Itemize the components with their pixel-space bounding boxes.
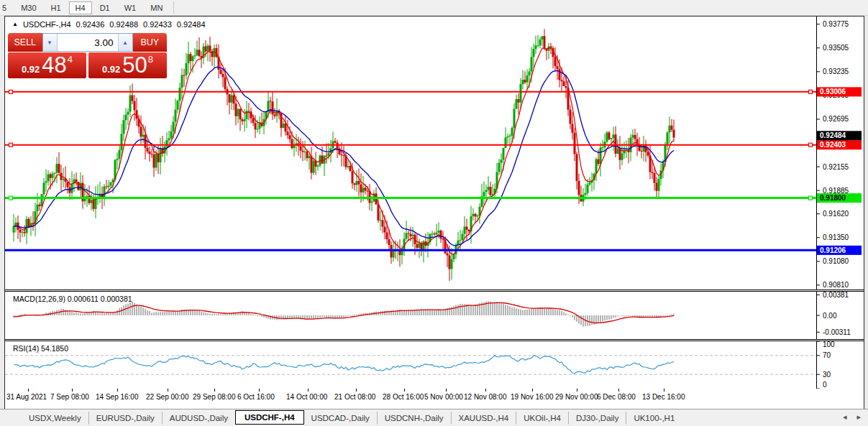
sell-price-tile[interactable]: 0.92 48 4 [8,52,86,78]
svg-text:30: 30 [823,371,831,379]
sell-button[interactable]: SELL [8,33,42,52]
time-axis-label: 12 Nov 08:00 [464,393,507,401]
chart-window: ▲ USDCHF-,H4 0.92436 0.92488 0.92433 0.9… [4,16,864,409]
ohlc-high: 0.92488 [109,20,138,29]
volume-input[interactable] [58,34,118,51]
buy-price-big: 50 [122,53,147,78]
chart-tab-dj30-daily[interactable]: DJ30-,Daily [568,412,626,425]
time-axis-label: 13 Dec 16:00 [642,393,685,401]
rsi-indicator-label: RSI(14) 54.1850 [13,344,68,353]
time-axis-label: 19 Nov 16:00 [511,393,554,401]
svg-text:70: 70 [823,351,831,359]
time-tick [117,389,118,392]
macd-indicator-label: MACD(12,26,9) 0.000611 0.000381 [13,295,132,303]
time-axis-label: 6 Oct 16:00 [237,393,275,401]
volume-decrease-button[interactable]: ▼ [43,34,58,51]
time-tick [485,389,486,392]
chart-tab-audusd-daily[interactable]: AUDUSD-,Daily [162,412,235,425]
timeframe-button-m30[interactable]: M30 [14,1,42,14]
time-axis-label: 7 Sep 08:00 [50,393,89,401]
toolbar-separator [173,1,174,14]
svg-text:0.91350: 0.91350 [823,233,849,241]
svg-text:0.91885: 0.91885 [823,187,849,195]
svg-text:0.91800: 0.91800 [820,194,846,202]
svg-text:0.00: 0.00 [823,312,837,320]
time-tick [356,389,357,392]
chart-title: ▲ USDCHF-,H4 0.92436 0.92488 0.92433 0.9… [12,20,206,29]
ohlc-low: 0.92433 [143,20,172,29]
chart-tab-uk100-h1[interactable]: UK100-,H1 [626,412,682,425]
timeframe-toolbar: 5M30H1H4D1W1MN [0,0,868,16]
tab-scroll-left-icon[interactable]: ◂ [843,412,847,422]
svg-text:0: 0 [823,381,827,389]
chart-symbol-label: USDCHF-,H4 [23,20,71,29]
chart-tab-eurusd-daily[interactable]: EURUSD-,Daily [88,412,162,425]
time-axis-label: 14 Sep 16:00 [96,393,139,401]
time-axis-label: 28 Oct 16:00 [383,393,424,401]
time-tick [404,389,405,392]
svg-text:0.93505: 0.93505 [823,44,849,52]
svg-text:0.91206: 0.91206 [820,246,846,254]
buy-button[interactable]: BUY [133,33,168,52]
time-tick [577,389,577,392]
chart-tab-usdx-weekly[interactable]: USDX,Weekly [22,412,88,425]
timeframe-button-h4[interactable]: H4 [69,1,92,14]
svg-text:0.93235: 0.93235 [823,68,849,75]
svg-text:0.90810: 0.90810 [823,281,849,289]
time-axis-label: 29 Nov 00:00 [555,393,598,401]
one-click-trading-panel: SELL ▼ ▲ BUY 0.92 48 4 0.92 50 8 [8,33,167,78]
svg-text:0.92155: 0.92155 [823,163,849,171]
chart-tab-usdcad-daily[interactable]: USDCAD-,Daily [304,412,377,425]
time-axis[interactable]: 31 Aug 20217 Sep 08:0014 Sep 16:0022 Sep… [5,389,864,407]
time-tick [214,389,215,392]
chart-tab-usdchf-h4[interactable]: USDCHF-,H4 [235,410,304,425]
timeframe-button-mn[interactable]: MN [144,1,169,14]
time-tick [446,389,447,392]
buy-price-pip: 8 [148,52,153,65]
sell-price-pip: 4 [68,52,73,65]
svg-text:0.92403: 0.92403 [820,141,846,149]
tab-scroll-right-icon[interactable]: ▸ [856,412,861,422]
time-axis-label: 5 Nov 00:00 [424,393,463,401]
chart-tab-bar: USDX,WeeklyEURUSD-,DailyAUDUSD-,DailyUSD… [0,409,868,426]
rsi-panel[interactable]: 10070300 [5,341,862,389]
time-tick [618,389,619,392]
svg-text:-0.00311: -0.00311 [823,328,851,336]
svg-text:0.00381: 0.00381 [823,292,849,299]
volume-group: ▼ ▲ [42,33,133,52]
svg-text:0.93006: 0.93006 [820,88,846,96]
chart-tab-xauusd-h4[interactable]: XAUUSD-,H4 [451,412,516,425]
volume-increase-button[interactable]: ▲ [118,34,132,51]
timeframe-button-w1[interactable]: W1 [118,1,143,14]
buy-price-prefix: 0.92 [102,64,120,78]
chart-tab-usdcnh-daily[interactable]: USDCNH-,Daily [377,412,451,425]
time-axis-label: 6 Dec 08:00 [597,393,636,401]
chart-tab-ukoil-h4[interactable]: UKOil-,H4 [516,412,568,425]
time-axis-label: 29 Sep 08:00 [193,393,236,401]
symbol-marker-icon: ▲ [12,22,18,27]
buy-price-tile[interactable]: 0.92 50 8 [88,52,167,78]
timeframe-button-d1[interactable]: D1 [93,1,117,14]
time-tick [308,389,309,392]
svg-text:0.92484: 0.92484 [820,131,846,139]
mt4-terminal: { "toolbar": { "timeframes": [ {"label":… [0,0,868,426]
svg-text:0.91080: 0.91080 [823,257,849,265]
time-tick [259,389,260,392]
svg-text:0.92695: 0.92695 [823,115,849,123]
sell-price-big: 48 [42,53,66,78]
sell-price-prefix: 0.92 [22,64,40,78]
macd-panel[interactable]: 0.003810.00-0.00311 [5,292,862,339]
svg-text:0.91620: 0.91620 [823,210,849,218]
time-axis-label: 22 Sep 00:00 [146,393,189,401]
time-axis-label: 31 Aug 2021 [6,393,47,401]
timeframe-button-h1[interactable]: H1 [45,1,68,14]
svg-text:0.93775: 0.93775 [823,20,849,28]
time-tick [72,389,73,392]
tab-scroll-arrows: ◂▸ [843,412,861,422]
timeframe-button-5[interactable]: 5 [0,1,13,14]
ohlc-close: 0.92484 [177,20,206,29]
time-axis-label: 14 Oct 00:00 [286,393,327,401]
time-tick [532,389,533,392]
time-tick [664,389,664,392]
time-tick [28,389,29,392]
